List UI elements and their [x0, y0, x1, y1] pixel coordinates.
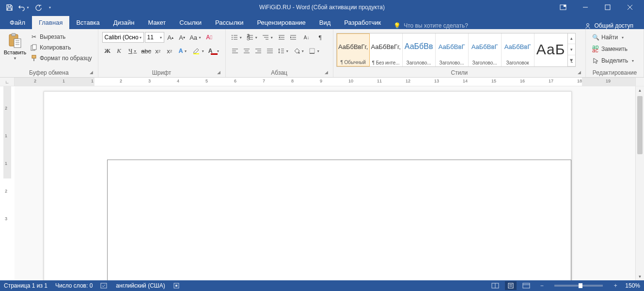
styles-scroll-down[interactable]: ▼ — [568, 44, 575, 55]
page[interactable] — [44, 91, 572, 280]
scroll-up-arrow[interactable]: ▲ — [636, 86, 644, 94]
svg-point-20 — [232, 39, 233, 40]
svg-rect-56 — [310, 48, 314, 53]
scroll-thumb[interactable] — [637, 96, 643, 154]
style-title[interactable]: АаБбВвГЗаголовок — [502, 33, 534, 66]
font-size-combo[interactable]: 11▾ — [145, 32, 164, 43]
status-page[interactable]: Страница 1 из 1 — [4, 282, 47, 289]
bold-button[interactable]: Ж — [102, 46, 113, 56]
cut-button[interactable]: ✂Вырезать — [28, 32, 94, 42]
view-web-layout[interactable] — [520, 281, 532, 290]
share-button[interactable]: Общий доступ — [577, 22, 641, 29]
eraser-icon: Aͯ — [206, 34, 212, 41]
document-canvas[interactable] — [15, 86, 635, 280]
increase-indent-button[interactable] — [288, 32, 298, 43]
strikethrough-button[interactable]: abc — [141, 46, 152, 56]
styles-expand[interactable]: ▼̲ — [568, 55, 575, 66]
copy-button[interactable]: Копировать — [28, 43, 94, 52]
align-left-button[interactable] — [230, 46, 240, 56]
tab-view[interactable]: Вид — [313, 16, 338, 29]
scroll-down-arrow[interactable]: ▼ — [636, 273, 644, 280]
style-subtitle[interactable]: АаБ — [534, 33, 567, 66]
style-normal[interactable]: АаБбВвГг,¶ Обычный — [337, 33, 370, 66]
multilevel-list-button[interactable]: ▼ — [261, 32, 275, 43]
tab-file[interactable]: Файл — [3, 16, 32, 29]
tab-mailings[interactable]: Рассылки — [208, 16, 250, 29]
paragraph-launcher[interactable]: ◢ — [323, 69, 330, 76]
styles-scroll-up[interactable]: ▲ — [568, 33, 575, 45]
italic-button[interactable]: К — [114, 46, 125, 56]
shrink-font-button[interactable]: A▾ — [177, 32, 188, 43]
status-proofing-icon[interactable] — [100, 282, 108, 289]
line-spacing-button[interactable]: ▼ — [276, 46, 291, 56]
font-color-button[interactable]: A▼ — [207, 46, 221, 56]
clipboard-launcher[interactable]: ◢ — [88, 69, 95, 76]
bullets-button[interactable]: ▼ — [230, 32, 244, 43]
ruler-horizontal[interactable]: 2112345678910111213141516171819 — [15, 78, 635, 86]
status-macro-icon[interactable] — [173, 282, 180, 289]
ruler-corner[interactable]: ∟ — [0, 78, 15, 86]
tab-developer[interactable]: Разработчик — [337, 16, 388, 29]
zoom-slider[interactable] — [554, 285, 603, 287]
tab-design[interactable]: Дизайн — [107, 16, 141, 29]
change-case-button[interactable]: Aa▼ — [188, 32, 203, 43]
font-name-combo[interactable]: Calibri (Осно▾ — [102, 32, 144, 43]
status-words[interactable]: Число слов: 0 — [55, 282, 93, 289]
tab-references[interactable]: Ссылки — [173, 16, 208, 29]
group-clipboard-label: Буфер обмена — [29, 69, 69, 76]
view-print-layout[interactable] — [505, 281, 517, 290]
find-button[interactable]: 🔍Найти▾ — [590, 32, 636, 43]
justify-button[interactable] — [265, 46, 275, 56]
tab-insert[interactable]: Вставка — [69, 16, 106, 29]
style-heading1[interactable]: АаБбВвЗаголово... — [403, 33, 436, 66]
close-button[interactable] — [619, 0, 641, 15]
redo-button[interactable] — [32, 1, 45, 14]
svg-rect-15 — [32, 55, 36, 58]
highlight-button[interactable]: ▼ — [191, 46, 206, 56]
lightbulb-icon: 💡 — [393, 22, 401, 29]
sort-button[interactable]: A↓ — [299, 32, 314, 43]
svg-point-18 — [232, 35, 233, 36]
shading-button[interactable]: ▼ — [292, 46, 306, 56]
undo-button[interactable]: ▼ — [17, 1, 30, 14]
superscript-button[interactable]: x2 — [164, 46, 175, 56]
maximize-button[interactable] — [597, 0, 619, 15]
vertical-scrollbar[interactable]: ▲ ▼ — [635, 86, 644, 280]
format-painter-button[interactable]: Формат по образцу — [28, 53, 94, 63]
zoom-in-button[interactable]: + — [610, 281, 621, 290]
ribbon-display-options-button[interactable] — [552, 0, 574, 15]
borders-button[interactable]: ▼ — [307, 46, 322, 56]
status-language[interactable]: английский (США) — [116, 282, 165, 289]
select-button[interactable]: Выделить▾ — [590, 55, 636, 66]
zoom-slider-thumb[interactable] — [579, 283, 582, 288]
qat-customize-button[interactable]: ▾ — [47, 1, 53, 14]
underline-button[interactable]: Ч▼ — [126, 46, 140, 56]
numbering-button[interactable]: 123▼ — [245, 32, 260, 43]
align-center-button[interactable] — [241, 46, 252, 56]
text-effects-button[interactable]: A▼ — [176, 46, 190, 56]
bucket-icon — [293, 48, 300, 54]
tab-home[interactable]: Главная — [32, 16, 69, 29]
save-button[interactable] — [3, 1, 16, 14]
minimize-button[interactable] — [574, 0, 597, 15]
show-marks-button[interactable]: ¶ — [315, 32, 326, 43]
zoom-out-button[interactable]: − — [536, 281, 548, 290]
zoom-level[interactable]: 150% — [625, 282, 640, 289]
replace-button[interactable]: abacЗаменить — [590, 44, 636, 54]
styles-launcher[interactable]: ◢ — [576, 69, 582, 76]
style-heading2[interactable]: АаБбВвГЗаголово... — [436, 33, 469, 66]
paste-button[interactable]: Вставить ▼ — [3, 31, 27, 63]
decrease-indent-button[interactable] — [276, 32, 287, 43]
style-no-spacing[interactable]: АаБбВвГг,¶ Без инте... — [370, 33, 403, 66]
ruler-vertical[interactable]: 21123 — [0, 86, 15, 280]
view-read-mode[interactable] — [489, 281, 501, 290]
grow-font-button[interactable]: A▴ — [165, 32, 176, 43]
font-launcher[interactable]: ◢ — [216, 69, 222, 76]
clear-formatting-button[interactable]: Aͯ — [204, 32, 215, 43]
subscript-button[interactable]: x2 — [153, 46, 163, 56]
align-right-button[interactable] — [253, 46, 264, 56]
tab-review[interactable]: Рецензирование — [250, 16, 312, 29]
tell-me[interactable]: 💡 Что вы хотите сделать? — [388, 22, 474, 29]
style-heading3[interactable]: АаБбВвГЗаголово... — [469, 33, 502, 66]
tab-layout[interactable]: Макет — [141, 16, 173, 29]
